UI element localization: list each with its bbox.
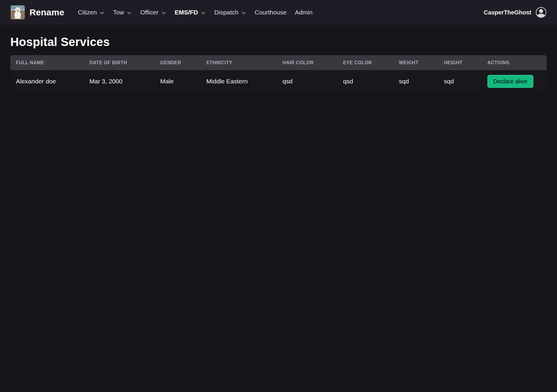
col-actions: ACTIONS [482,55,547,70]
nav-item-label: EMS/FD [175,9,198,16]
navbar: Rename Citizen Tow Officer EMS/FD Dispat… [0,0,557,25]
cell-hair-color: qsd [277,70,338,93]
col-eye-color: EYE COLOR [338,55,393,70]
cell-weight: sqd [393,70,438,93]
cell-eye-color: qsd [338,70,393,93]
username: CasperTheGhost [484,9,531,16]
cell-full-name: Alexander doe [10,70,84,93]
nav-item-dispatch[interactable]: Dispatch [214,9,246,16]
patients-table: FULL NAME DATE OF BIRTH GENDER ETHNICITY… [10,55,547,93]
nav-item-officer[interactable]: Officer [140,9,166,16]
nav-item-label: Citizen [78,9,97,16]
app-logo-dog-photo [11,5,25,19]
cell-date-of-birth: Mar 3, 2000 [84,70,155,93]
nav-item-courthouse[interactable]: Courthouse [255,9,287,16]
chevron-down-icon [127,10,132,16]
user-menu-button[interactable]: CasperTheGhost [484,7,546,18]
col-full-name: FULL NAME [10,55,84,70]
nav-item-label: Tow [113,9,124,16]
col-gender: GENDER [155,55,201,70]
person-circle-icon [536,7,546,18]
nav-item-label: Courthouse [255,9,287,16]
cell-gender: Male [155,70,201,93]
brand-name: Rename [30,7,64,17]
chevron-down-icon [99,10,105,16]
nav-item-admin[interactable]: Admin [295,9,313,16]
table-row: Alexander doe Mar 3, 2000 Male Middle Ea… [10,70,547,93]
table-header: FULL NAME DATE OF BIRTH GENDER ETHNICITY… [10,55,547,70]
page-title: Hospital Services [10,35,547,49]
col-date-of-birth: DATE OF BIRTH [84,55,155,70]
chevron-down-icon [201,10,206,16]
col-hair-color: HAIR COLOR [277,55,338,70]
cell-actions: Declare alive [482,70,547,93]
chevron-down-icon [161,10,166,16]
nav-item-label: Dispatch [214,9,238,16]
chevron-down-icon [241,10,246,16]
nav-item-tow[interactable]: Tow [113,9,132,16]
nav-item-label: Admin [295,9,313,16]
cell-ethnicity: Middle Eastern [201,70,277,93]
main-nav: Citizen Tow Officer EMS/FD Dispatch Cour… [78,9,312,16]
col-weight: WEIGHT [393,55,438,70]
cell-height: sqd [438,70,482,93]
nav-item-citizen[interactable]: Citizen [78,9,105,16]
nav-item-label: Officer [140,9,158,16]
main-content: Hospital Services FULL NAME DATE OF BIRT… [0,35,557,93]
declare-alive-button[interactable]: Declare alive [487,75,533,88]
nav-item-ems-fd[interactable]: EMS/FD [175,9,206,16]
home-link[interactable]: Rename [11,5,64,19]
col-ethnicity: ETHNICITY [201,55,277,70]
col-height: HEIGHT [438,55,482,70]
